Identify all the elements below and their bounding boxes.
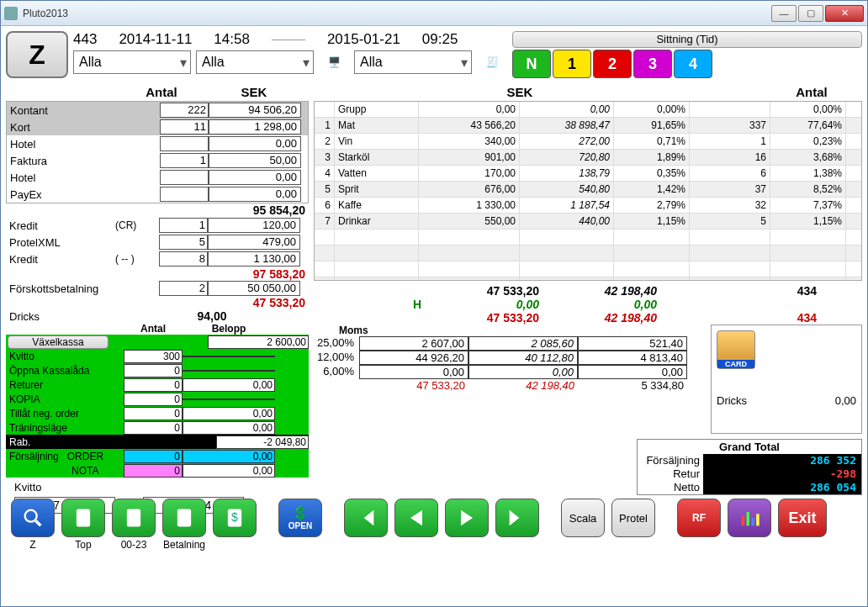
svg-rect-3: [127, 509, 140, 527]
app-icon: [4, 7, 18, 20]
svg-point-0: [25, 510, 37, 522]
info-row: 443 2014-11-11 14:58 2015-01-21 09:25: [73, 31, 507, 48]
protel-button[interactable]: Protel: [611, 499, 655, 537]
maximize-button[interactable]: ▢: [798, 5, 823, 22]
open-button[interactable]: 💲OPEN: [278, 499, 322, 537]
dropdown-3[interactable]: Alla: [354, 50, 472, 74]
sittning-button[interactable]: Sittning (Tid): [512, 31, 862, 48]
hdr-sek: SEK: [199, 85, 309, 99]
group-row[interactable]: Grupp0,000,000,00%0,00%: [315, 102, 861, 118]
group-row[interactable]: 1Mat43 566,2038 898,4791,65%33777,64%: [315, 118, 861, 134]
first-button[interactable]: [344, 499, 388, 537]
svg-text:$: $: [231, 510, 238, 524]
rf-button[interactable]: RF: [677, 499, 721, 537]
computers-icon[interactable]: 🖥️: [319, 50, 349, 75]
group-row[interactable]: 5Sprit676,00540,801,42%378,52%: [315, 182, 861, 198]
svg-rect-10: [756, 514, 760, 525]
group-row[interactable]: 4Vatten170,00138,790,35%61,38%: [315, 166, 861, 182]
svg-line-1: [36, 521, 41, 526]
waiter-icon[interactable]: 🧾: [477, 50, 507, 75]
report-z-button[interactable]: [61, 499, 105, 537]
exit-button[interactable]: Exit: [778, 499, 827, 537]
group-row[interactable]: 7Drinkar550,00440,001,15%51,15%: [315, 214, 861, 230]
svg-rect-4: [177, 509, 191, 527]
kvitto-label: Kvitto: [14, 481, 42, 494]
card-box: Dricks0,00: [711, 325, 862, 434]
session-btn-3[interactable]: 3: [633, 50, 672, 78]
card-icon[interactable]: [717, 330, 755, 369]
report-top-button[interactable]: [112, 499, 156, 537]
group-row[interactable]: 6Kaffe1 330,001 187,542,79%327,37%: [315, 198, 861, 214]
grand-total-box: Grand Total Försäljning286 352Retur-298N…: [637, 439, 862, 495]
minimize-button[interactable]: —: [771, 5, 797, 22]
close-button[interactable]: ✕: [825, 5, 864, 22]
group-row[interactable]: 3Starköl901,00720,801,89%163,68%: [315, 150, 861, 166]
prev-button[interactable]: [394, 499, 438, 537]
betalning-button[interactable]: $: [213, 499, 257, 537]
z-box[interactable]: Z: [6, 31, 68, 78]
dropdown-2[interactable]: Alla: [196, 50, 314, 74]
hdr-antal: Antal: [124, 85, 199, 99]
svg-rect-8: [747, 512, 750, 525]
titlebar: Pluto2013 — ▢ ✕: [1, 1, 867, 26]
group-row[interactable]: 2Vin340,00272,000,71%10,23%: [315, 134, 861, 150]
window-title: Pluto2013: [23, 8, 771, 19]
svg-rect-2: [77, 509, 90, 527]
chart-button[interactable]: [728, 499, 771, 537]
search-button[interactable]: [11, 499, 55, 537]
session-btn-4[interactable]: 4: [674, 50, 712, 78]
scala-button[interactable]: Scala: [561, 499, 605, 537]
report-0023-button[interactable]: [162, 499, 206, 537]
next-button[interactable]: [445, 499, 489, 537]
svg-rect-7: [742, 516, 745, 526]
session-btn-1[interactable]: 1: [553, 50, 591, 78]
subtotal-1: 95 854,20: [6, 203, 309, 217]
dropdown-1[interactable]: Alla: [73, 50, 191, 74]
svg-rect-9: [751, 518, 754, 525]
vaxelkassa-button[interactable]: Växelkassa: [8, 335, 108, 349]
session-btn-N[interactable]: N: [512, 50, 551, 78]
subtotal-2: 97 583,20: [6, 267, 309, 281]
session-btn-2[interactable]: 2: [593, 50, 632, 78]
last-button[interactable]: [495, 499, 539, 537]
subtotal-3: 47 533,20: [6, 296, 309, 309]
moms-label: Moms: [314, 325, 687, 336]
